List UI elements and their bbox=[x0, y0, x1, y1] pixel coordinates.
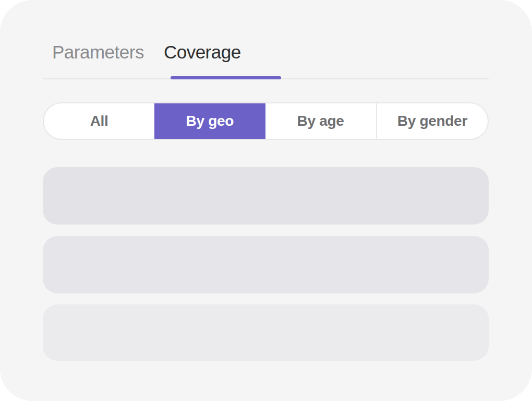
segment-all[interactable]: All bbox=[44, 103, 154, 139]
skeleton-placeholder-row bbox=[43, 167, 489, 225]
tab-parameters[interactable]: Parameters bbox=[52, 42, 144, 63]
coverage-panel-card: Parameters Coverage All By geo By age By… bbox=[0, 0, 532, 401]
segment-by-gender[interactable]: By gender bbox=[376, 103, 488, 139]
skeleton-placeholder-row bbox=[43, 304, 489, 361]
tab-coverage[interactable]: Coverage bbox=[164, 42, 241, 63]
skeleton-placeholder-row bbox=[43, 236, 489, 293]
coverage-filter-segmented-control: All By geo By age By gender bbox=[43, 102, 489, 140]
segment-by-geo[interactable]: By geo bbox=[154, 103, 265, 139]
tab-bar: Parameters Coverage bbox=[52, 42, 241, 63]
active-tab-underline bbox=[171, 76, 281, 79]
segment-by-age[interactable]: By age bbox=[265, 103, 376, 139]
